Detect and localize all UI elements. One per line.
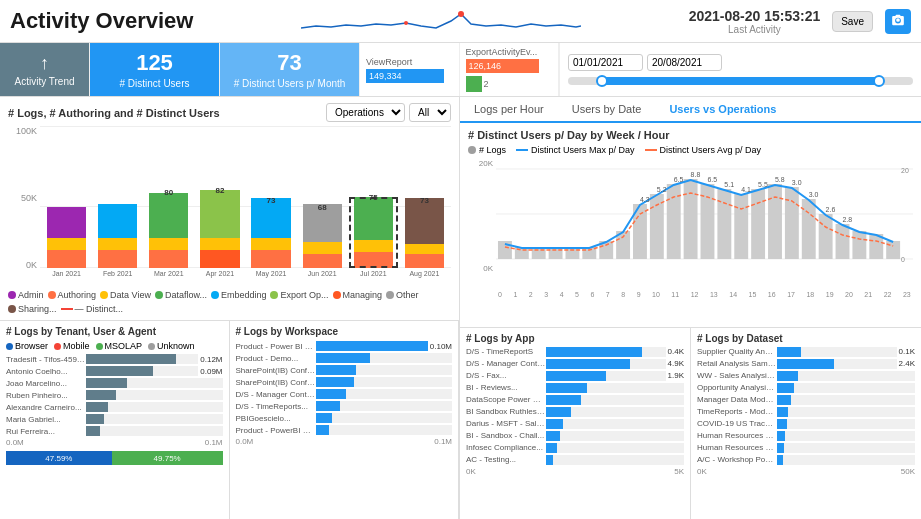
ds-row-9: Human Resources Sam... [697,443,915,453]
legend-browser: Browser [6,341,48,351]
tenant-row-7: Rui Ferreira... [6,426,223,436]
ds-x-axis: 0K50K [697,467,915,476]
legend-admin: Admin [8,290,44,300]
percent-bar: 47.59% 49.75% [6,451,223,465]
line-chart-area: # Distinct Users p/ Day by Week / Hour #… [460,123,921,327]
app-row-10: AC - Testing... [466,455,684,465]
svg-text:3.0: 3.0 [792,179,802,186]
header-datetime: 2021-08-20 15:53:21 Last Activity [689,8,821,35]
svg-text:8.8: 8.8 [691,171,701,178]
datetime-value: 2021-08-20 15:53:21 [689,8,821,24]
bottom-charts: # Logs by Tenant, User & Agent Browser M… [0,321,459,519]
tenant-row-6: Maria Gabriel... [6,414,223,424]
all-dropdown[interactable]: All [409,103,451,122]
ds-row-6: TimeReports - Model... [697,407,915,417]
bar-feb [93,126,142,268]
date-from-input[interactable] [568,54,643,71]
left-panel: # Logs, # Authoring and # Distinct Users… [0,97,460,519]
kpi-row: ↑ Activity Trend 125 # Distinct Users 73… [0,43,921,97]
svg-text:4.1: 4.1 [741,186,751,193]
x-label-aug: Aug 2021 [400,270,449,277]
y-label-100k: 100K [16,126,37,136]
legend-export: Export Op... [270,290,328,300]
legend-unknown: Unknown [148,341,195,351]
main-bar-chart: # Logs, # Authoring and # Distinct Users… [0,97,459,321]
header-right: 2021-08-20 15:53:21 Last Activity Save [689,8,911,35]
date-slider-left-thumb[interactable] [596,75,608,87]
date-inputs [568,54,913,71]
legend-max: Distinct Users Max p/ Day [516,145,635,155]
kpi-export: ExportActivityEv... 126,146 2 [460,43,560,96]
kpi-trend-value: ↑ [40,53,49,74]
kpi-view-report: ViewReport 149,334 [360,43,460,96]
bar-may-label: 73 [267,196,276,205]
pct-msolap: 49.75% [112,451,223,465]
date-slider[interactable] [568,77,913,85]
svg-text:5.8: 5.8 [775,176,785,183]
app-row-9: Infosec Compliance... [466,443,684,453]
logs-tenant-title: # Logs by Tenant, User & Agent [6,326,223,337]
mini-kpi-group: ViewReport 149,334 ExportActivityEv... 1… [360,43,560,96]
y-label-0k: 0K [26,260,37,270]
bar-may: 73 [247,126,296,268]
svg-rect-23 [802,199,816,259]
content-area: # Logs, # Authoring and # Distinct Users… [0,97,921,519]
tab-users-vs-operations[interactable]: Users vs Operations [655,97,790,123]
bar-jul-label: 75 [369,193,378,202]
ws-row-3: SharePoint(IB) Conflu... [236,365,453,375]
legend-authoring: Authoring [48,290,97,300]
app-row-7: Darius - MSFT - Sales... [466,419,684,429]
x-label-may: May 2021 [247,270,296,277]
x-label-jun: Jun 2021 [298,270,347,277]
export-value: 126,146 [469,61,502,71]
tab-logs-per-hour[interactable]: Logs per Hour [460,97,558,123]
app-row-5: DataScope Power BI... [466,395,684,405]
tab-users-by-date[interactable]: Users by Date [558,97,656,123]
ws-row-6: D/S - TimeReports... [236,401,453,411]
bottom-right-charts: # Logs by App D/S - TimeReportS 0.4K D/S… [460,327,921,520]
legend-embedding: Embedding [211,290,267,300]
operations-dropdown[interactable]: Operations [326,103,405,122]
kpi-trend-label: Activity Trend [14,76,74,87]
x-label-jan: Jan 2021 [42,270,91,277]
ws-row-5: D/S - Manager Content... [236,389,453,399]
svg-text:2.8: 2.8 [843,216,853,223]
ws-row-8: Product - PowerBI Portal... [236,425,453,435]
svg-text:6.5: 6.5 [707,176,717,183]
date-slider-right-thumb[interactable] [873,75,885,87]
bar-jan [42,126,91,268]
svg-text:5.1: 5.1 [724,181,734,188]
ds-row-2: Retail Analysis Sample... 2.4K [697,359,915,369]
logs-workspace-title: # Logs by Workspace [236,326,453,337]
logs-tenant-chart: # Logs by Tenant, User & Agent Browser M… [0,321,230,519]
tenant-legend: Browser Mobile MSOLAP Unknown [6,341,223,351]
ws-row-1: Product - Power BI Rep... 0.10M [236,341,453,351]
line-x-labels: 012 345 678 91011 121314 151617 181920 2… [496,291,913,298]
svg-rect-28 [886,241,900,259]
legend-mobile: Mobile [54,341,90,351]
y-label-50k: 50K [21,193,37,203]
bar-apr: 82 [195,126,244,268]
ds-row-4: Opportunity Analysis S... [697,383,915,393]
tenant-row-5: Alexandre Carneiro... [6,402,223,412]
chart-top-header: # Logs, # Authoring and # Distinct Users… [8,103,451,122]
main-container: Activity Overview 2021-08-20 15:53:21 La… [0,0,921,519]
svg-rect-19 [734,194,748,259]
kpi-users-pm-value: 73 [277,50,301,76]
kpi-trend: ↑ Activity Trend [0,43,90,96]
svg-rect-21 [768,184,782,259]
kpi-users-value: 125 [136,50,173,76]
ds-row-7: COVID-19 US Tracking... [697,419,915,429]
bar-apr-label: 82 [215,186,224,195]
kpi-users: 125 # Distinct Users [90,43,220,96]
view-report-value: 149,334 [369,71,402,81]
app-row-6: BI Sandbox Ruthless... [466,407,684,417]
date-to-input[interactable] [647,54,722,71]
kpi-users-label: # Distinct Users [119,78,189,89]
svg-text:2.6: 2.6 [826,206,836,213]
camera-button[interactable] [885,9,911,34]
bar-aug: 73 [400,126,449,268]
bar-mar: 80 [144,126,193,268]
save-button[interactable]: Save [832,11,873,32]
bars-row: 80 82 [40,126,451,268]
